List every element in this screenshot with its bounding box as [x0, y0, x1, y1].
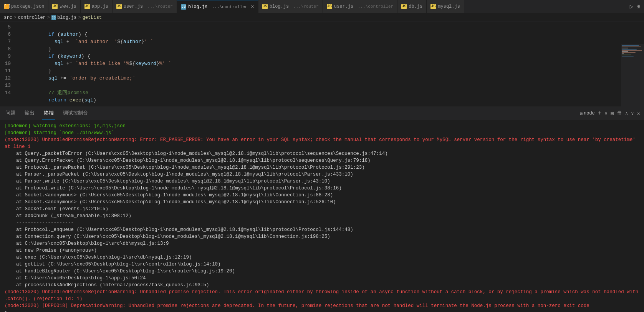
tab-label: user.js	[334, 4, 353, 9]
tab-label: user.js	[124, 4, 143, 9]
js-icon: JS	[401, 4, 407, 9]
js-icon: JS	[84, 4, 90, 9]
tab-suffix: ...\controller	[209, 5, 247, 9]
tab-db-js[interactable]: JS db.js	[397, 0, 427, 13]
panel-tab-bar: 问题 输出 终端 调试控制台 ⊡ node + ∨ ⊟ 🗑 ∧ ∨ ✕	[0, 107, 644, 120]
sep3: >	[78, 15, 81, 20]
terminal-line: at addChunk (_stream_readable.js:308:12)	[5, 212, 639, 219]
code-line-8: if (keyword) {	[18, 45, 644, 53]
terminal-line: at Query.ErrorPacket (C:\Users\cxc05\Des…	[5, 157, 639, 164]
tab-label: www.js	[60, 4, 76, 9]
terminal-line: [nodemon] watching extensions: js,mjs,js…	[5, 123, 639, 129]
tab-problems-label: 问题	[5, 110, 15, 116]
terminal-line: [nodemon] starting `node ./bin/www.js`	[5, 129, 639, 136]
breadcrumb-function[interactable]: getList	[83, 15, 102, 20]
tab-label: app.js	[92, 4, 108, 9]
tab-app-js[interactable]: JS app.js	[81, 0, 113, 13]
terminal-line: at Socket.emit (events.js:210:5)	[5, 206, 639, 212]
trash-icon[interactable]: 🗑	[617, 110, 622, 116]
terminal-line: >	[5, 309, 639, 312]
js-icon: JS	[52, 4, 58, 9]
plus-icon[interactable]: +	[598, 110, 602, 117]
tab-debug-label: 调试控制台	[63, 110, 88, 116]
breadcrumb-src[interactable]: src	[4, 15, 12, 20]
chevron-down-icon[interactable]: ∨	[604, 111, 607, 116]
terminal-line: at Parser._parsePacket (C:\Users\cxc05\D…	[5, 171, 639, 178]
split-panel-icon[interactable]: ⊟	[611, 110, 614, 117]
terminal-line: at Protocol._enqueue (C:\Users\cxc05\Des…	[5, 226, 639, 233]
tab-debug-console[interactable]: 调试控制台	[61, 107, 89, 120]
terminal-line: (node:13020) UnhandledPromiseRejectionWa…	[5, 136, 639, 150]
json-icon: { }	[4, 4, 9, 9]
tab-label: package.json	[11, 4, 44, 9]
terminal-line: at Protocol.write (C:\Users\cxc05\Deskto…	[5, 185, 639, 192]
line-numbers: 5 6 7 8 9 10 11 12 13 14	[0, 22, 15, 106]
code-line-13: // 返回promise	[18, 82, 644, 89]
code-line-5: if (author) {	[18, 23, 644, 31]
tab-problems[interactable]: 问题	[4, 107, 17, 120]
terminal-line: at Protocol._parsePacket (C:\Users\cxc05…	[5, 164, 639, 171]
tab-output[interactable]: 输出	[23, 107, 36, 120]
code-line-14: return exec(sql)	[18, 89, 644, 96]
terminal-line: at Connection.query (C:\Users\cxc05\Desk…	[5, 233, 639, 240]
tab-terminal-label: 终端	[44, 110, 54, 116]
terminal-line: at handleBlogRouter (C:\Users\cxc05\Desk…	[5, 268, 639, 275]
terminal-line: at exec (C:\Users\cxc05\Desktop\blog-1\s…	[5, 254, 639, 261]
terminal-node-label: ⊡ node	[580, 111, 594, 116]
tab-suffix: ...\controller	[355, 4, 393, 9]
tab-mysql-js[interactable]: JS mysql.js	[427, 0, 464, 13]
terminal-line: --------------------	[5, 219, 639, 226]
close-tab-button[interactable]: ×	[251, 4, 254, 10]
breadcrumb-file[interactable]: JS blog.js	[51, 15, 76, 20]
tab-user-js-controller[interactable]: JS user.js ...\controller	[323, 0, 397, 13]
js-icon: JS	[116, 4, 122, 9]
run-icon[interactable]: ▷	[630, 3, 634, 10]
file-icon: JS	[51, 15, 56, 20]
sep1: >	[14, 15, 17, 20]
terminal-line: (node:13020) UnhandledPromiseRejectionWa…	[5, 289, 639, 302]
breadcrumb-controller[interactable]: controller	[18, 15, 46, 20]
terminal-line: at Socket.<anonymous> (C:\Users\cxc05\De…	[5, 199, 639, 206]
terminal-line: at new Promise (<anonymous>)	[5, 247, 639, 254]
tab-label: db.js	[409, 4, 422, 9]
js-icon: JS	[430, 4, 436, 9]
terminal-line: at processTicksAndRejections (internal/p…	[5, 282, 639, 289]
tab-user-js-router[interactable]: JS user.js ...\router	[113, 0, 177, 13]
tab-end-icons: ▷ ⊞	[630, 3, 644, 10]
code-line-11: sql += `order by createtime;`	[18, 67, 644, 75]
chevron-down2-icon[interactable]: ∨	[631, 111, 634, 116]
tab-bar: { } package.json JS www.js JS app.js JS …	[0, 0, 644, 13]
tab-label: blog.js	[188, 4, 207, 10]
split-editor-icon[interactable]: ⊞	[636, 3, 640, 10]
bottom-panel: 问题 输出 终端 调试控制台 ⊡ node + ∨ ⊟ 🗑 ∧ ∨ ✕ [nod…	[0, 106, 644, 312]
breadcrumb: src > controller > JS blog.js > getList	[0, 13, 644, 22]
tab-package-json[interactable]: { } package.json	[0, 0, 48, 13]
tab-blog-js-controller[interactable]: JS blog.js ...\controller ×	[177, 0, 258, 13]
tab-suffix: ...\router	[145, 4, 173, 9]
tab-www-js[interactable]: JS www.js	[48, 0, 80, 13]
minimap	[621, 44, 644, 106]
code-content[interactable]: if (author) { sql += `and author ='${aut…	[15, 22, 644, 106]
js-icon: JS	[262, 4, 268, 9]
chevron-up-icon[interactable]: ∧	[625, 111, 628, 116]
tab-label: mysql.js	[438, 4, 460, 9]
tab-blog-js-router[interactable]: JS blog.js ...\router	[258, 0, 323, 13]
terminal-line: (node:13020) [DEP0018] DeprecationWarnin…	[5, 302, 639, 309]
js-icon: JS	[327, 4, 332, 9]
tab-terminal[interactable]: 终端	[42, 107, 55, 120]
tab-label: blog.js	[270, 4, 289, 9]
terminal-content[interactable]: [nodemon] watching extensions: js,mjs,js…	[0, 120, 644, 312]
code-line-6: sql += `and author ='${author}' `	[18, 31, 644, 38]
terminal-line: at C:\Users\cxc05\Desktop\blog-1\src\db\…	[5, 240, 639, 247]
editor-area: 5 6 7 8 9 10 11 12 13 14 if (author) { s…	[0, 22, 644, 106]
sep2: >	[47, 15, 50, 20]
panel-right-icons: ⊡ node + ∨ ⊟ 🗑 ∧ ∨ ✕	[580, 110, 640, 117]
close-panel-icon[interactable]: ✕	[637, 110, 640, 117]
code-line-9: sql += `and title like '%${keyword}%' `	[18, 53, 644, 60]
tab-suffix: ...\router	[291, 4, 319, 9]
terminal-line: at getList (C:\Users\cxc05\Desktop\blog-…	[5, 261, 639, 268]
terminal-line: at Socket.<anonymous> (C:\Users\cxc05\De…	[5, 192, 639, 199]
terminal-icon: ⊡	[580, 111, 583, 116]
terminal-line: at Query._packetToError (C:\Users\cxc05\…	[5, 150, 639, 157]
tab-output-label: 输出	[25, 110, 35, 116]
